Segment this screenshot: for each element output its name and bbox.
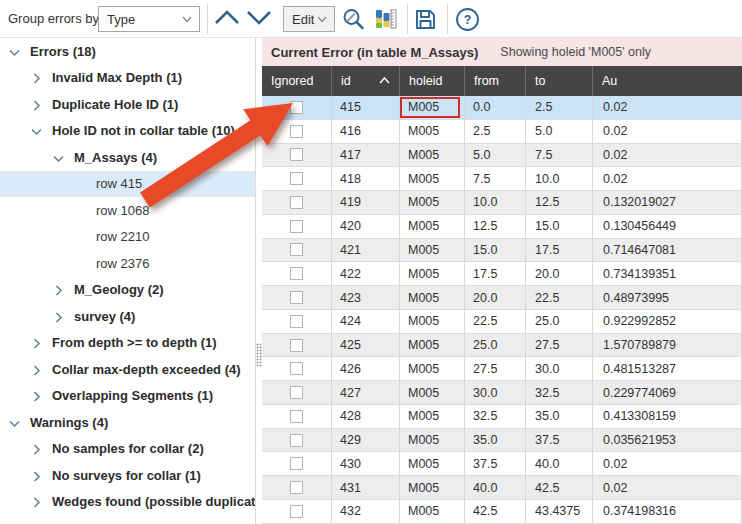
column-header-id[interactable]: id	[332, 66, 400, 96]
panel-splitter[interactable]	[255, 38, 262, 524]
ignore-checkbox[interactable]	[290, 386, 303, 399]
ignore-checkbox[interactable]	[290, 243, 303, 256]
table-columns-icon	[373, 7, 398, 32]
tree-item[interactable]: survey (4)	[0, 303, 255, 330]
cell-ignored	[262, 381, 332, 404]
group-by-dropdown[interactable]: Type	[98, 6, 200, 32]
tree-chevron-icon[interactable]	[52, 310, 65, 323]
table-row[interactable]: 428 M005 32.5 35.0 0.413308159	[262, 405, 742, 429]
tree-item[interactable]: No samples for collar (2)	[0, 436, 255, 463]
tree-chevron-icon[interactable]	[30, 71, 43, 84]
ignore-checkbox[interactable]	[290, 315, 303, 328]
table-row[interactable]: 423 M005 20.0 22.5 0.48973995	[262, 286, 742, 310]
tree-chevron-icon[interactable]	[8, 416, 21, 429]
cell-to: 37.5	[526, 429, 593, 452]
tree-item[interactable]: Warnings (4)	[0, 409, 255, 436]
table-row[interactable]: 425 M005 25.0 27.5 1.570789879	[262, 334, 742, 358]
tree-item[interactable]: Collar max-depth exceeded (4)	[0, 356, 255, 383]
column-header-au[interactable]: Au	[593, 66, 742, 96]
tree-item[interactable]: M_Geology (2)	[0, 277, 255, 304]
group-errors-by-label: Group errors by:	[8, 11, 103, 26]
ignore-checkbox[interactable]	[290, 220, 303, 233]
tree-chevron-icon[interactable]	[30, 442, 43, 455]
cell-holeid: M005	[400, 476, 465, 499]
ignore-checkbox[interactable]	[290, 505, 303, 518]
tree-chevron-icon[interactable]	[30, 124, 43, 137]
tree-item[interactable]: Overlapping Segments (1)	[0, 383, 255, 410]
table-row[interactable]: 419 M005 10.0 12.5 0.132019027	[262, 191, 742, 215]
tree-chevron-icon[interactable]	[8, 45, 21, 58]
tree-item[interactable]: Duplicate Hole ID (1)	[0, 91, 255, 118]
ignore-checkbox[interactable]	[290, 148, 303, 161]
tree-chevron-icon[interactable]	[30, 363, 43, 376]
ignore-checkbox[interactable]	[290, 410, 303, 423]
table-row[interactable]: 420 M005 12.5 15.0 0.130456449	[262, 215, 742, 239]
tree-item[interactable]: row 2376	[0, 250, 255, 277]
ignore-checkbox[interactable]	[290, 196, 303, 209]
table-row[interactable]: 427 M005 30.0 32.5 0.229774069	[262, 381, 742, 405]
table-row[interactable]: 416 M005 2.5 5.0 0.02	[262, 120, 742, 144]
ignore-checkbox[interactable]	[290, 101, 303, 114]
cell-holeid: M005	[400, 96, 465, 119]
cell-id: 428	[332, 405, 400, 428]
column-header-from[interactable]: from	[465, 66, 526, 96]
table-row[interactable]: 424 M005 22.5 25.0 0.922992852	[262, 310, 742, 334]
tree-item-label: Errors (18)	[30, 44, 96, 59]
tree-chevron-icon[interactable]	[30, 469, 43, 482]
ignore-checkbox[interactable]	[290, 267, 303, 280]
ignore-checkbox[interactable]	[290, 291, 303, 304]
tree-chevron-icon[interactable]	[30, 98, 43, 111]
ignore-checkbox[interactable]	[290, 362, 303, 375]
tree-item[interactable]: Hole ID not in collar table (10)	[0, 118, 255, 145]
table-row[interactable]: 430 M005 37.5 40.0 0.02	[262, 452, 742, 476]
column-header-holeid[interactable]: holeid	[400, 66, 465, 96]
previous-error-button[interactable]	[213, 10, 241, 27]
cell-id: 429	[332, 429, 400, 452]
tree-item[interactable]: row 2210	[0, 224, 255, 251]
tree-chevron-icon[interactable]	[30, 495, 43, 508]
table-row[interactable]: 415 M005 0.0 2.5 0.02	[262, 96, 742, 120]
next-error-button[interactable]	[245, 10, 273, 27]
tree-chevron-icon[interactable]	[52, 151, 65, 164]
cell-ignored	[262, 310, 332, 333]
search-edit-button[interactable]	[341, 7, 366, 32]
ignore-checkbox[interactable]	[290, 172, 303, 185]
ignore-checkbox[interactable]	[290, 339, 303, 352]
table-row[interactable]: 422 M005 17.5 20.0 0.734139351	[262, 262, 742, 286]
table-row[interactable]: 417 M005 5.0 7.5 0.02	[262, 144, 742, 168]
table-row[interactable]: 431 M005 40.0 42.5 0.02	[262, 476, 742, 500]
tree-item[interactable]: row 1068	[0, 197, 255, 224]
tree-item[interactable]: No surveys for collar (1)	[0, 462, 255, 489]
save-button[interactable]	[413, 7, 438, 32]
edit-dropdown-button[interactable]: Edit	[283, 6, 335, 32]
table-row[interactable]: 429 M005 35.0 37.5 0.035621953	[262, 429, 742, 453]
tree-item[interactable]: Errors (18)	[0, 38, 255, 65]
ignore-checkbox[interactable]	[290, 481, 303, 494]
ignore-checkbox[interactable]	[290, 125, 303, 138]
tree-chevron-icon[interactable]	[52, 283, 65, 296]
error-table-body: 415 M005 0.0 2.5 0.02 416 M005 2.5 5.0 0…	[262, 96, 742, 524]
table-row[interactable]: 426 M005 27.5 30.0 0.481513287	[262, 357, 742, 381]
cell-ignored	[262, 167, 332, 190]
table-row[interactable]: 421 M005 15.0 17.5 0.714647081	[262, 239, 742, 263]
cell-ignored	[262, 239, 332, 262]
edit-button-label: Edit	[292, 12, 317, 27]
ignore-checkbox[interactable]	[290, 434, 303, 447]
tree-chevron-icon[interactable]	[30, 336, 43, 349]
ignore-checkbox[interactable]	[290, 457, 303, 470]
tree-item[interactable]: Wedges found (possible duplicate ...	[0, 489, 255, 516]
table-columns-button[interactable]	[373, 7, 398, 32]
cell-holeid: M005	[400, 381, 465, 404]
help-button[interactable]: ?	[455, 7, 480, 32]
tree-chevron-icon[interactable]	[30, 389, 43, 402]
tree-item[interactable]: row 415	[0, 171, 255, 198]
tree-item[interactable]: From depth >= to depth (1)	[0, 330, 255, 357]
table-row[interactable]: 418 M005 7.5 10.0 0.02	[262, 167, 742, 191]
column-header-ignored[interactable]: Ignored	[262, 66, 332, 96]
cell-from: 35.0	[465, 429, 526, 452]
table-row[interactable]: 432 M005 42.5 43.4375 0.374198316	[262, 500, 742, 524]
column-header-to[interactable]: to	[526, 66, 593, 96]
tree-item[interactable]: Invalid Max Depth (1)	[0, 65, 255, 92]
cell-au: 0.132019027	[593, 191, 742, 214]
tree-item[interactable]: M_Assays (4)	[0, 144, 255, 171]
